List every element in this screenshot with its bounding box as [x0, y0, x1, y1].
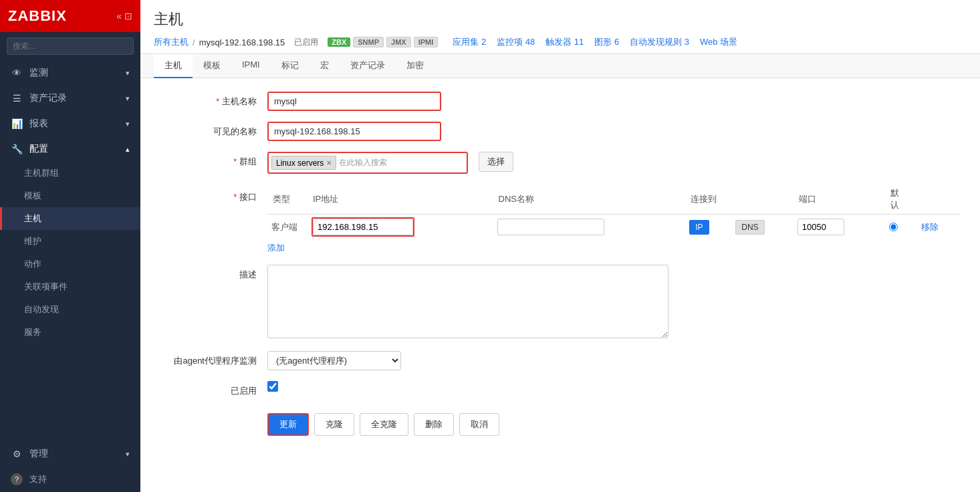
badge-snmp: SNMP [353, 37, 384, 47]
sidebar-item-monitor[interactable]: 👁 监测 ▾ [0, 60, 140, 86]
tab-bar: 主机 模板 IPMI 标记 宏 资产记录 加密 [140, 54, 980, 78]
interface-type: 客户端 [267, 215, 308, 240]
interface-port-cell [793, 215, 885, 240]
quick-link-graphs[interactable]: 图形 6 [594, 36, 619, 48]
sidebar-item-templates[interactable]: 模板 [0, 184, 140, 207]
tab-host[interactable]: 主机 [154, 54, 193, 78]
interface-dns-input[interactable] [497, 219, 604, 235]
interface-row: 接口 类型 IP地址 DNS名称 连接到 端口 默 认 [160, 184, 960, 254]
sidebar-item-config[interactable]: 🔧 配置 ▴ [0, 136, 140, 162]
group-field: Linux servers × 在此输入搜索 选择 [267, 152, 668, 174]
agent-row: 由agent代理程序监测 (无agent代理程序) [160, 351, 960, 370]
badge-jmx: JMX [386, 37, 411, 47]
logo-text: ZABBIX [8, 7, 67, 25]
enabled-status-text: 已启用 [294, 37, 318, 48]
sidebar-item-services[interactable]: 服务 [0, 321, 140, 344]
interface-dns-cell [493, 215, 686, 240]
enabled-row: 已启用 [160, 381, 960, 397]
interface-ip-cell [308, 215, 493, 240]
expand-icon[interactable]: ⊡ [124, 11, 132, 21]
action-buttons: 更新 克隆 全克隆 删除 取消 [267, 413, 668, 436]
chevron-down-icon: ▾ [126, 69, 130, 78]
quick-link-triggers[interactable]: 触发器 11 [545, 36, 584, 48]
group-tag-input[interactable]: Linux servers × 在此输入搜索 [267, 152, 468, 174]
sidebar-item-admin[interactable]: ⚙ 管理 ▾ [0, 441, 140, 467]
enabled-checkbox-wrapper [267, 381, 668, 392]
tab-asset-records[interactable]: 资产记录 [340, 54, 396, 78]
hostname-input[interactable] [267, 92, 441, 111]
sidebar-item-discovery[interactable]: 自动发现 [0, 298, 140, 321]
sidebar: ZABBIX « ⊡ 👁 监测 ▾ ☰ 资产记录 ▾ 📊 报表 ▾ 🔧 配置 ▴… [0, 0, 140, 492]
tab-ipmi[interactable]: IPMI [231, 54, 271, 78]
sidebar-item-correlation[interactable]: 关联项事件 [0, 275, 140, 298]
badge-ipmi: IPMI [414, 37, 439, 47]
interface-remove-link[interactable]: 移除 [921, 222, 939, 232]
sidebar-item-label: 报表 [29, 118, 48, 130]
action-buttons-row: 更新 克隆 全克隆 删除 取消 [160, 408, 960, 436]
connect-ip-button[interactable]: IP [689, 220, 709, 235]
sidebar-item-maintenance[interactable]: 维护 [0, 230, 140, 253]
update-button[interactable]: 更新 [267, 413, 309, 436]
group-select-button[interactable]: 选择 [479, 152, 513, 172]
tab-encryption[interactable]: 加密 [396, 54, 435, 78]
monitor-icon: 👁 [11, 68, 23, 78]
interface-default-radio[interactable] [889, 223, 898, 231]
description-textarea[interactable] [267, 265, 668, 338]
sidebar-item-label: 资产记录 [29, 92, 67, 104]
interface-port-input[interactable] [798, 219, 844, 235]
sidebar-item-label: 监测 [29, 67, 48, 79]
tab-macros[interactable]: 宏 [310, 54, 340, 78]
search-input[interactable] [7, 37, 134, 55]
chevron-down-icon: ▾ [126, 450, 130, 459]
group-label: 群组 [160, 152, 267, 168]
sidebar-search-container [0, 32, 140, 60]
quick-links: 应用集 2 监控项 48 触发器 11 图形 6 自动发现规则 3 Web 场景 [453, 36, 737, 48]
visible-name-input[interactable] [267, 122, 441, 141]
breadcrumb: 所有主机 / mysql-192.168.198.15 已启用 ZBX SNMP… [154, 36, 967, 53]
sidebar-item-actions[interactable]: 动作 [0, 253, 140, 275]
collapse-icon[interactable]: « [116, 11, 122, 21]
admin-icon: ⚙ [11, 449, 23, 459]
connect-dns-button[interactable]: DNS [735, 220, 764, 235]
clone-button[interactable]: 克隆 [314, 413, 354, 436]
interface-ip-input[interactable] [313, 219, 413, 235]
group-tag-placeholder: 在此输入搜索 [339, 157, 387, 168]
support-icon: ? [11, 473, 23, 485]
logo-icon-group: « ⊡ [116, 11, 132, 21]
quick-link-web-scenarios[interactable]: Web 场景 [700, 36, 737, 48]
quick-link-monitor-items[interactable]: 监控项 48 [497, 36, 535, 48]
interface-table-row: 客户端 IP [267, 215, 960, 240]
col-type: 类型 [267, 184, 308, 215]
breadcrumb-all-hosts[interactable]: 所有主机 [154, 36, 189, 48]
cancel-button[interactable]: 取消 [459, 413, 499, 436]
agent-select[interactable]: (无agent代理程序) [267, 351, 401, 370]
visible-name-row: 可见的名称 [160, 122, 960, 141]
sidebar-item-host-groups[interactable]: 主机群组 [0, 162, 140, 184]
enabled-checkbox[interactable] [267, 381, 278, 392]
sidebar-item-hosts[interactable]: 主机 [0, 207, 140, 230]
tab-template[interactable]: 模板 [193, 54, 231, 78]
sidebar-item-label: 管理 [29, 448, 48, 460]
quick-link-discovery-rules[interactable]: 自动发现规则 3 [630, 36, 689, 48]
full-clone-button[interactable]: 全克隆 [360, 413, 408, 436]
config-icon: 🔧 [11, 144, 23, 154]
group-tag-remove-icon[interactable]: × [326, 158, 332, 168]
sidebar-logo: ZABBIX « ⊡ [0, 0, 140, 32]
interface-remove-cell: 移除 [917, 215, 960, 240]
add-interface-link[interactable]: 添加 [267, 242, 285, 254]
breadcrumb-current: mysql-192.168.198.15 [199, 37, 285, 47]
chevron-down-icon: ▾ [126, 94, 130, 103]
tab-tags[interactable]: 标记 [271, 54, 310, 78]
status-badges: ZBX SNMP JMX IPMI [328, 37, 438, 47]
sidebar-item-reports[interactable]: 📊 报表 ▾ [0, 111, 140, 136]
delete-button[interactable]: 删除 [414, 413, 454, 436]
sidebar-item-support[interactable]: ? 支持 [0, 467, 140, 492]
interface-default-cell [885, 215, 917, 240]
sidebar-item-assets[interactable]: ☰ 资产记录 ▾ [0, 86, 140, 111]
description-field [267, 265, 668, 340]
quick-link-app-sets[interactable]: 应用集 2 [453, 36, 486, 48]
col-port: 端口 [793, 184, 885, 215]
chevron-up-icon: ▴ [126, 145, 130, 154]
reports-icon: 📊 [11, 118, 23, 129]
col-connect: 连接到 [685, 184, 793, 215]
